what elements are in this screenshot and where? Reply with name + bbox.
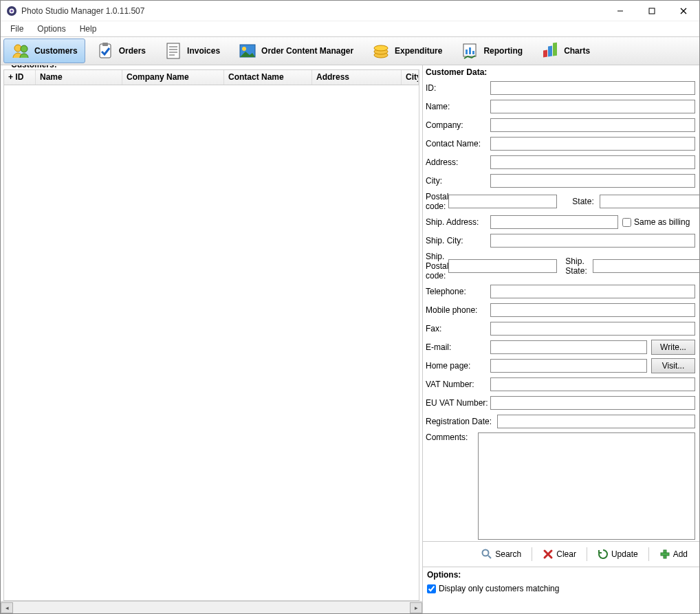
- toolbar-expenditure[interactable]: Expenditure: [364, 39, 450, 63]
- window-title: Photo Studio Manager 1.0.11.507: [21, 6, 604, 16]
- input-vat[interactable]: [490, 377, 695, 391]
- input-state[interactable]: [600, 195, 700, 208]
- maximize-button[interactable]: [636, 1, 668, 21]
- label-city: City:: [426, 176, 490, 186]
- toolbar-orders[interactable]: Orders: [88, 39, 153, 63]
- invoice-icon: [164, 41, 183, 61]
- col-contact[interactable]: Contact Name: [224, 70, 312, 85]
- charts-icon: [540, 41, 560, 61]
- col-id[interactable]: + ID: [4, 70, 36, 85]
- input-ship-city[interactable]: [490, 234, 695, 248]
- input-email[interactable]: [490, 340, 647, 354]
- label-ship-postal: Ship. Postal code:: [426, 252, 448, 281]
- input-city[interactable]: [490, 174, 695, 188]
- toolbar-expenditure-label: Expenditure: [395, 46, 442, 56]
- input-eu-vat[interactable]: [490, 396, 695, 410]
- svg-point-17: [242, 47, 246, 51]
- customer-data-panel: Customer Data: ID: Name: Company: Contac…: [423, 65, 699, 613]
- clear-button[interactable]: Clear: [536, 546, 582, 562]
- col-city[interactable]: City: [402, 70, 419, 85]
- visit-button[interactable]: Visit...: [651, 358, 695, 373]
- checkbox-same-as-billing-box[interactable]: [622, 218, 631, 227]
- menu-help[interactable]: Help: [73, 23, 104, 35]
- input-fax[interactable]: [490, 322, 695, 336]
- x-icon: [543, 549, 554, 560]
- svg-rect-4: [649, 8, 655, 14]
- magnifier-icon: [481, 549, 492, 560]
- label-homepage: Home page:: [426, 361, 490, 371]
- refresh-icon: [598, 549, 609, 560]
- label-ship-city: Ship. City:: [426, 236, 490, 245]
- label-id: ID:: [426, 83, 490, 93]
- customers-panel: Customers: + ID Name Company Name Contac…: [1, 65, 423, 613]
- input-ship-state[interactable]: [593, 259, 700, 273]
- toolbar-customers[interactable]: Customers: [3, 39, 85, 63]
- svg-point-2: [10, 10, 13, 12]
- input-name[interactable]: [490, 100, 695, 113]
- toolbar-reporting[interactable]: Reporting: [452, 39, 530, 63]
- menu-options[interactable]: Options: [30, 23, 72, 35]
- toolbar-charts[interactable]: Charts: [533, 39, 598, 63]
- input-ship-postal[interactable]: [448, 259, 557, 273]
- svg-rect-27: [553, 43, 557, 56]
- input-homepage[interactable]: [490, 359, 647, 373]
- clipboard-check-icon: [96, 41, 115, 61]
- input-company[interactable]: [490, 118, 695, 132]
- update-button[interactable]: Update: [591, 546, 644, 562]
- app-icon: [6, 6, 17, 17]
- label-comments: Comments:: [426, 432, 478, 442]
- toolbar-invoices[interactable]: Invoices: [156, 39, 228, 63]
- menubar: File Options Help: [1, 21, 699, 36]
- close-button[interactable]: [668, 1, 699, 21]
- svg-rect-25: [543, 50, 547, 58]
- label-company: Company:: [426, 120, 490, 130]
- svg-point-7: [14, 45, 21, 52]
- scroll-left-arrow[interactable]: ◂: [1, 602, 13, 613]
- label-fax: Fax:: [426, 324, 490, 333]
- toolbar-ocm-label: Order Content Manager: [261, 46, 353, 56]
- col-name[interactable]: Name: [36, 70, 122, 85]
- input-telephone[interactable]: [490, 285, 695, 298]
- input-mobile[interactable]: [490, 303, 695, 317]
- toolbar-order-content-manager[interactable]: Order Content Manager: [230, 39, 361, 63]
- label-postal: Postal code:: [426, 192, 448, 211]
- search-button[interactable]: Search: [475, 546, 527, 562]
- add-button[interactable]: Add: [653, 546, 694, 562]
- input-reg-date[interactable]: [497, 415, 695, 428]
- minimize-button[interactable]: [604, 1, 636, 21]
- grid-body[interactable]: [4, 85, 419, 600]
- customers-panel-title: Customers:: [9, 65, 59, 69]
- horizontal-scrollbar[interactable]: ◂ ▸: [1, 601, 422, 613]
- svg-rect-11: [167, 43, 179, 58]
- label-reg-date: Registration Date:: [426, 417, 497, 426]
- toolbar-orders-label: Orders: [119, 46, 146, 56]
- input-contact-name[interactable]: [490, 137, 695, 151]
- svg-rect-23: [469, 47, 471, 54]
- col-address[interactable]: Address: [312, 70, 402, 85]
- input-address[interactable]: [490, 155, 695, 169]
- checkbox-display-only-matching-box[interactable]: [427, 584, 436, 593]
- input-id[interactable]: [490, 81, 695, 95]
- coins-icon: [371, 41, 391, 61]
- toolbar-charts-label: Charts: [564, 46, 590, 56]
- input-comments[interactable]: [478, 432, 695, 540]
- menu-file[interactable]: File: [3, 23, 30, 35]
- write-button[interactable]: Write...: [651, 340, 695, 355]
- scroll-right-arrow[interactable]: ▸: [410, 602, 422, 613]
- label-name: Name:: [426, 102, 490, 111]
- grid-header: + ID Name Company Name Contact Name Addr…: [4, 70, 419, 85]
- report-icon: [460, 41, 479, 61]
- options-section: Options: Display only customers matching: [423, 567, 699, 596]
- checkbox-same-as-billing[interactable]: Same as billing: [622, 217, 690, 227]
- svg-rect-26: [548, 46, 552, 57]
- svg-rect-24: [472, 51, 474, 54]
- label-mobile: Mobile phone:: [426, 305, 490, 315]
- input-ship-address[interactable]: [490, 215, 618, 229]
- toolbar-customers-label: Customers: [34, 46, 78, 56]
- checkbox-display-only-matching[interactable]: Display only customers matching: [427, 584, 695, 593]
- photo-icon: [238, 41, 257, 61]
- toolbar-reporting-label: Reporting: [483, 46, 523, 56]
- col-company[interactable]: Company Name: [122, 70, 224, 85]
- label-eu-vat: EU VAT Number:: [426, 398, 490, 408]
- input-postal-code[interactable]: [448, 195, 557, 208]
